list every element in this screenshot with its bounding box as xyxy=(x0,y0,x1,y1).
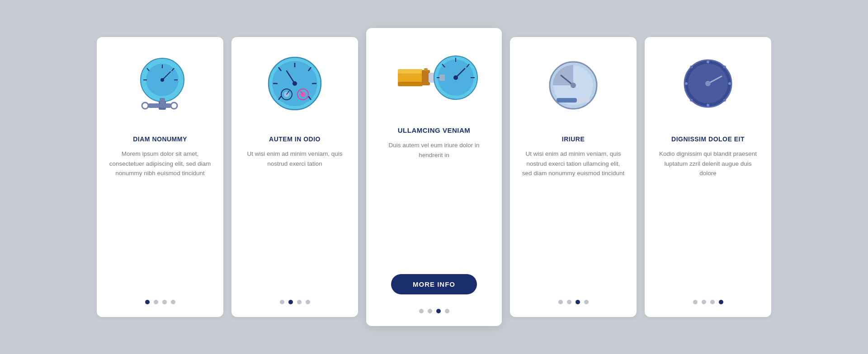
svg-point-13 xyxy=(142,102,148,109)
card-4-dots xyxy=(558,296,589,304)
more-info-button[interactable]: MORE INFO xyxy=(391,274,477,294)
dot-2 xyxy=(710,300,715,304)
card-1-dots xyxy=(145,296,175,304)
card-3-title: ULLAMCING VENIAM xyxy=(398,126,471,134)
svg-rect-48 xyxy=(439,75,445,81)
dot-1 xyxy=(428,309,432,313)
card-2-title: AUTEM IN ODIO xyxy=(269,135,321,143)
svg-rect-11 xyxy=(148,103,160,108)
svg-rect-15 xyxy=(160,98,165,103)
svg-point-60 xyxy=(685,82,688,85)
card-1-icon xyxy=(108,51,212,123)
card-3: ULLAMCING VENIAM Duis autem vel eum iriu… xyxy=(366,28,502,326)
svg-point-58 xyxy=(707,61,709,63)
dot-0 xyxy=(558,300,563,304)
card-2-icon xyxy=(242,51,347,123)
card-1-text: Morem ipsum dolor sit amet, consectetuer… xyxy=(108,149,212,287)
svg-point-9 xyxy=(160,78,164,82)
dot-1 xyxy=(567,300,571,304)
dot-2 xyxy=(297,300,302,304)
dot-0 xyxy=(280,300,284,304)
card-5-dots xyxy=(693,296,723,304)
card-5-icon xyxy=(656,51,760,123)
dot-0 xyxy=(145,300,150,304)
card-5: DIGNISSIM DOLOE EIT Kodio dignissim qui … xyxy=(645,37,771,317)
svg-rect-37 xyxy=(424,68,428,71)
dot-1 xyxy=(288,300,293,304)
dot-0 xyxy=(693,300,698,304)
svg-point-47 xyxy=(453,75,458,80)
svg-point-32 xyxy=(292,81,297,86)
card-4-title: IRIURE xyxy=(562,135,585,143)
dot-0 xyxy=(419,309,424,313)
svg-rect-35 xyxy=(398,82,423,86)
dot-1 xyxy=(154,300,158,304)
svg-rect-12 xyxy=(160,103,171,108)
card-3-dots xyxy=(419,305,449,313)
card-2: AUTEM IN ODIO Ut wisi enim ad minim veni… xyxy=(231,37,358,317)
cards-container: DIAM NONUMMY Morem ipsum dolor sit amet,… xyxy=(70,28,798,326)
card-3-icon xyxy=(377,42,491,114)
dot-2 xyxy=(576,300,580,304)
card-2-text: Ut wisi enim ad minim veniam, quis nostr… xyxy=(242,149,347,287)
card-4-icon xyxy=(521,51,626,123)
svg-point-14 xyxy=(171,102,177,109)
dot-1 xyxy=(702,300,706,304)
dot-3 xyxy=(584,300,589,304)
dot-3 xyxy=(445,309,449,313)
card-5-title: DIGNISSIM DOLOE EIT xyxy=(671,135,745,143)
svg-point-54 xyxy=(571,83,576,88)
svg-point-67 xyxy=(705,81,711,86)
dot-3 xyxy=(171,300,175,304)
svg-point-59 xyxy=(707,104,709,107)
svg-rect-52 xyxy=(557,98,577,102)
dot-2 xyxy=(436,309,441,313)
card-4: IRIURE Ut wisi enim ad minim veniam, qui… xyxy=(510,37,637,317)
card-1-title: DIAM NONUMMY xyxy=(133,135,187,143)
dot-3 xyxy=(719,300,723,304)
svg-point-61 xyxy=(728,82,731,85)
svg-rect-34 xyxy=(398,69,423,74)
dot-2 xyxy=(162,300,167,304)
dot-3 xyxy=(306,300,310,304)
card-3-text: Duis autem vel eum iriure dolor in hendr… xyxy=(377,140,491,265)
card-5-text: Kodio dignissim qui blandit praesent lup… xyxy=(656,149,760,287)
card-2-dots xyxy=(280,296,310,304)
card-1: DIAM NONUMMY Morem ipsum dolor sit amet,… xyxy=(97,37,223,317)
card-4-text: Ut wisi enim ad minim veniam, quis nostr… xyxy=(521,149,626,287)
